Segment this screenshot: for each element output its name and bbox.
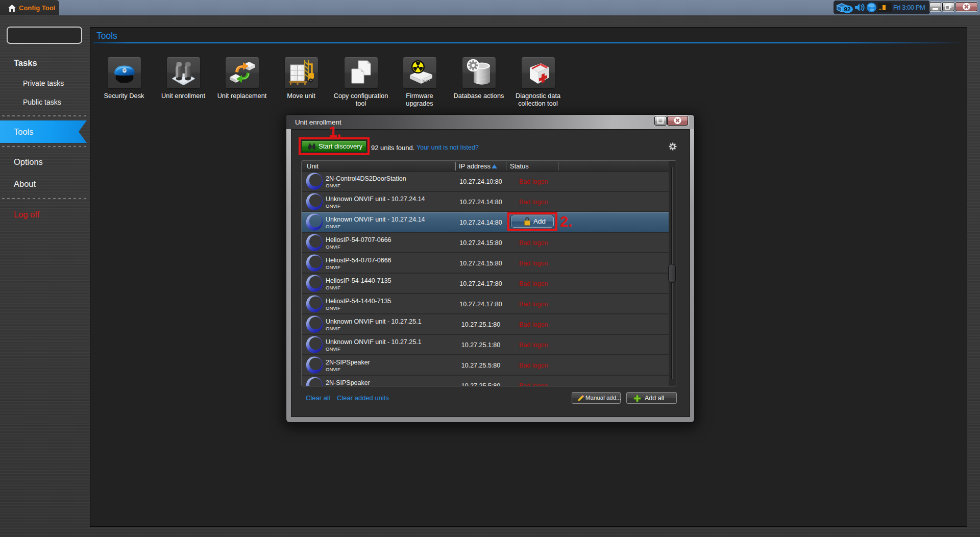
svg-text:92: 92 xyxy=(844,6,851,12)
